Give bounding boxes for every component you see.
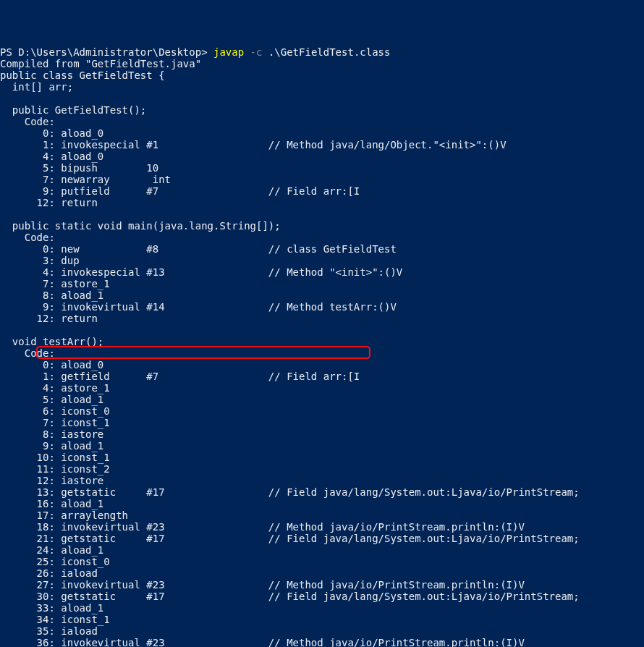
bytecode-line: 0: aload_0	[0, 359, 103, 371]
bytecode-line: 8: aload_1	[0, 289, 103, 301]
main-sig-line: public static void main(java.lang.String…	[0, 220, 281, 232]
command-name: javap	[213, 46, 244, 58]
bytecode-line: 34: iconst_1	[0, 614, 110, 625]
bytecode-line: 7: newarray int	[0, 174, 171, 185]
code-label: Code:	[0, 347, 55, 359]
bytecode-line: 21: getstatic #17 // Field java/lang/Sys…	[0, 533, 580, 544]
bytecode-line: 4: aload_0	[0, 151, 103, 162]
bytecode-line: 16: aload_1	[0, 498, 103, 509]
bytecode-line: 6: iconst_0	[0, 405, 110, 417]
bytecode-line: 9: invokevirtual #14 // Method testArr:(…	[0, 301, 397, 313]
prompt-line-1[interactable]: PS D:\Users\Administrator\Desktop> javap…	[0, 46, 390, 58]
ctor-sig-line: public GetFieldTest();	[0, 104, 146, 116]
bytecode-line: 9: putfield #7 // Field arr:[I	[0, 185, 360, 197]
class-decl-line: public class GetFieldTest {	[0, 69, 165, 81]
testarr-sig-line: void testArr();	[0, 336, 103, 347]
compiled-from-line: Compiled from "GetFieldTest.java"	[0, 58, 201, 69]
bytecode-line: 35: iaload	[0, 625, 98, 637]
bytecode-line: 12: iastore	[0, 475, 103, 486]
ps-prefix: PS D:\Users\Administrator\Desktop>	[0, 46, 213, 58]
code-label: Code:	[0, 232, 55, 243]
bytecode-line: 13: getstatic #17 // Field java/lang/Sys…	[0, 486, 580, 498]
bytecode-line: 36: invokevirtual #23 // Method java/io/…	[0, 637, 525, 647]
command-flag: -c	[244, 46, 268, 58]
bytecode-line: 10: iconst_1	[0, 452, 110, 463]
bytecode-line: 4: invokespecial #13 // Method "<init>":…	[0, 266, 402, 278]
bytecode-line: 5: aload_1	[0, 394, 103, 405]
bytecode-line: 30: getstatic #17 // Field java/lang/Sys…	[0, 591, 580, 602]
bytecode-line: 27: invokevirtual #23 // Method java/io/…	[0, 579, 525, 591]
bytecode-line: 24: aload_1	[0, 544, 103, 556]
terminal-output: PS D:\Users\Administrator\Desktop> javap…	[0, 46, 644, 647]
bytecode-line-highlighted: 1: getfield #7 // Field arr:[I	[0, 371, 360, 382]
bytecode-line: 12: return	[0, 313, 98, 324]
code-label: Code:	[0, 116, 55, 127]
bytecode-line: 26: iaload	[0, 567, 98, 579]
bytecode-line: 3: dup	[0, 255, 80, 266]
bytecode-line: 11: iconst_2	[0, 463, 110, 475]
bytecode-line: 33: aload_1	[0, 602, 103, 614]
bytecode-line: 0: new #8 // class GetFieldTest	[0, 243, 397, 255]
bytecode-line: 25: iconst_0	[0, 556, 110, 567]
bytecode-line: 7: astore_1	[0, 278, 110, 289]
bytecode-line: 18: invokevirtual #23 // Method java/io/…	[0, 521, 525, 533]
bytecode-line: 17: arraylength	[0, 509, 128, 521]
field-line: int[] arr;	[0, 81, 73, 93]
bytecode-line: 5: bipush 10	[0, 162, 158, 174]
bytecode-line: 12: return	[0, 197, 98, 208]
bytecode-line: 0: aload_0	[0, 127, 103, 139]
bytecode-line: 4: astore_1	[0, 382, 110, 394]
bytecode-line: 8: iastore	[0, 428, 103, 440]
command-arg: .\GetFieldTest.class	[268, 46, 391, 58]
bytecode-line: 7: iconst_1	[0, 417, 110, 428]
bytecode-line: 1: invokespecial #1 // Method java/lang/…	[0, 139, 507, 151]
bytecode-line: 9: aload_1	[0, 440, 103, 452]
